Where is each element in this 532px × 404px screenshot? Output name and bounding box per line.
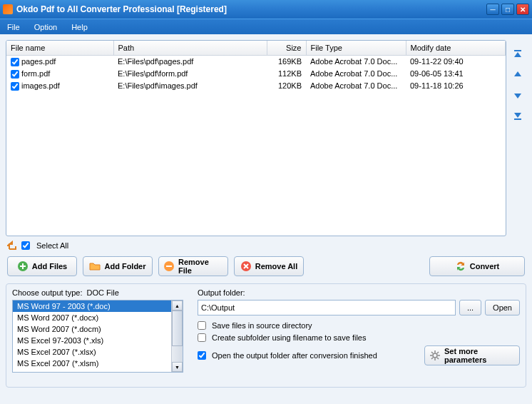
set-more-parameters-button[interactable]: Set more parameters <box>424 345 520 365</box>
row-checkbox[interactable] <box>11 82 19 91</box>
add-files-button[interactable]: Add Files <box>7 256 77 276</box>
move-bottom-button[interactable] <box>511 107 525 123</box>
add-icon <box>17 261 29 272</box>
titlebar: Okdo Pdf to All Converter Professional [… <box>0 0 532 19</box>
create-subfolder-checkbox[interactable] <box>198 333 206 342</box>
list-item[interactable]: MS Excel 2007 (*.xlsx) <box>13 346 171 358</box>
up-folder-icon[interactable] <box>7 241 17 251</box>
output-folder-input[interactable] <box>198 300 456 315</box>
save-source-label: Save files in source directory <box>212 321 312 330</box>
col-path[interactable]: Path <box>113 41 267 55</box>
svg-point-6 <box>433 353 437 358</box>
app-icon <box>3 4 13 14</box>
save-source-checkbox[interactable] <box>198 321 206 330</box>
col-filename[interactable]: File name <box>6 41 113 55</box>
svg-rect-4 <box>166 266 172 267</box>
col-size[interactable]: Size <box>267 41 306 55</box>
move-top-button[interactable] <box>511 47 525 63</box>
remove-file-button[interactable]: Remove File <box>158 256 228 276</box>
add-folder-button[interactable]: Add Folder <box>83 256 153 276</box>
select-all-checkbox[interactable] <box>21 241 30 250</box>
col-modify[interactable]: Modify date <box>406 41 506 55</box>
browse-button[interactable]: ... <box>459 300 481 315</box>
table-row[interactable]: images.pdfE:\Files\pdf\images.pdf120KBAd… <box>6 80 506 92</box>
output-type-label: Choose output type: DOC File <box>12 288 183 300</box>
svg-rect-1 <box>514 118 521 120</box>
list-item[interactable]: MS Word 2007 (*.docm) <box>13 323 171 335</box>
move-up-button[interactable] <box>511 67 525 83</box>
list-item[interactable]: MS Excel 97-2003 (*.xls) <box>13 335 171 346</box>
open-after-checkbox[interactable] <box>198 351 206 360</box>
menu-option[interactable]: Option <box>31 21 60 33</box>
close-button[interactable]: ✕ <box>516 4 529 15</box>
menubar: File Option Help <box>0 19 532 34</box>
open-folder-button[interactable]: Open <box>485 300 520 315</box>
output-folder-label: Output folder: <box>198 288 520 300</box>
list-item[interactable]: MS Word 97 - 2003 (*.doc) <box>13 301 171 312</box>
remove-all-button[interactable]: Remove All <box>234 256 304 276</box>
menu-help[interactable]: Help <box>68 21 91 33</box>
row-checkbox[interactable] <box>11 58 19 66</box>
create-subfolder-label: Create subfolder using filename to save … <box>212 333 366 342</box>
list-item[interactable]: MS PowerPoint 97 - 2003 (*.ppt) <box>13 369 171 372</box>
folder-icon <box>89 261 101 272</box>
scroll-up-button[interactable]: ▲ <box>172 301 183 310</box>
scroll-down-button[interactable]: ▼ <box>172 362 183 372</box>
convert-button[interactable]: Convert <box>429 256 525 276</box>
scroll-thumb[interactable] <box>172 310 183 346</box>
move-down-button[interactable] <box>511 87 525 103</box>
col-type[interactable]: File Type <box>306 41 406 55</box>
select-all-label: Select All <box>36 241 68 250</box>
table-row[interactable]: pages.pdfE:\Files\pdf\pages.pdf169KBAdob… <box>6 55 506 68</box>
file-table[interactable]: File name Path Size File Type Modify dat… <box>6 40 506 236</box>
table-row[interactable]: form.pdfE:\Files\pdf\form.pdf112KBAdobe … <box>6 68 506 80</box>
row-checkbox[interactable] <box>11 70 19 79</box>
list-item[interactable]: MS Excel 2007 (*.xlsm) <box>13 358 171 369</box>
svg-rect-0 <box>514 50 521 51</box>
convert-icon <box>455 261 466 272</box>
menu-file[interactable]: File <box>4 21 23 33</box>
output-type-listbox[interactable]: MS Word 97 - 2003 (*.doc)MS Word 2007 (*… <box>13 301 171 372</box>
maximize-button[interactable]: □ <box>501 4 514 15</box>
minimize-button[interactable]: ─ <box>486 4 499 15</box>
open-after-label: Open the output folder after conversion … <box>212 351 377 360</box>
remove-all-icon <box>240 261 252 272</box>
gear-icon <box>429 350 441 361</box>
title-text: Okdo Pdf to All Converter Professional [… <box>16 4 486 14</box>
remove-icon <box>163 261 175 272</box>
list-item[interactable]: MS Word 2007 (*.docx) <box>13 312 171 323</box>
listbox-scrollbar[interactable]: ▲ ▼ <box>171 301 183 372</box>
